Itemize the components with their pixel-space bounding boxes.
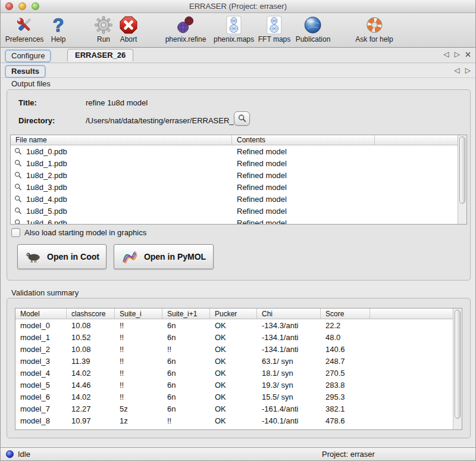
tab-scroll-left-icon[interactable]: ◁ (444, 50, 449, 58)
tab-results[interactable]: Results (5, 65, 46, 78)
subtab-scroll-right-icon[interactable]: ▷ (465, 66, 471, 74)
sub-tab-bar: Results ◁ ▷ (1, 64, 475, 78)
validation-group-label: Validation summary (11, 288, 79, 297)
validation-cell: 10.97 (67, 416, 115, 425)
column-header-pucker[interactable]: Pucker (210, 309, 257, 319)
toolbar-label: phenix.refine (165, 35, 206, 43)
validation-row[interactable]: model_010.08!!6nOK-134.3/anti22.2 (15, 319, 462, 331)
toolbar-button-run[interactable]: Run (94, 15, 113, 43)
file-contents: Refined model (232, 219, 375, 225)
toolbar-button-preferences[interactable]: Preferences (5, 15, 44, 43)
window-title: ERRASER (Project: erraser) (1, 2, 475, 11)
validation-cell: OK (210, 345, 257, 354)
file-row[interactable]: 1u8d_5.pdbRefined model (11, 205, 466, 217)
validation-cell: 1z (115, 416, 162, 425)
validation-cell: 10.08 (67, 345, 115, 354)
fft-mesh-icon (267, 15, 282, 35)
validation-cell: !! (115, 369, 162, 378)
toolbar-button-phenix-refine[interactable]: phenix.refine (165, 15, 206, 43)
column-header-clashscore[interactable]: clashscore (67, 309, 115, 319)
main-tab-bar: Configure ERRASER_26 ◁ ▷ (1, 48, 475, 63)
toolbar-button-ask-for-help[interactable]: Ask for help (355, 15, 393, 43)
validation-row[interactable]: model_311.39!!6nOK63.1/ syn248.7 (15, 355, 462, 367)
validation-cell: 12.27 (67, 404, 115, 413)
toolbar: Preferences ? Help (1, 13, 475, 48)
tab-configure[interactable]: Configure (5, 49, 51, 63)
open-in-pymol-button[interactable]: Open in PyMOL (114, 244, 214, 269)
validation-row[interactable]: start_min10.08!!6nOK-134.3/anti0.0 (15, 426, 462, 430)
file-row[interactable]: 1u8d_0.pdbRefined model (11, 145, 466, 157)
validation-cell: 48.0 (321, 333, 370, 342)
column-header-model[interactable]: Model (15, 309, 67, 319)
toolbar-button-abort[interactable]: Abort (119, 15, 138, 43)
run-gear-icon (94, 15, 113, 35)
validation-table-scrollbar[interactable] (453, 309, 462, 429)
magnifier-icon (14, 183, 23, 192)
load-starting-model-row: Also load starting model in graphics (11, 228, 146, 237)
validation-row[interactable]: model_614.02!!6nOK15.5/ syn295.3 (15, 391, 462, 403)
file-row[interactable]: 1u8d_3.pdbRefined model (11, 181, 466, 193)
browse-directory-button[interactable] (234, 111, 250, 126)
open-in-coot-label: Open in Coot (47, 252, 99, 261)
file-row[interactable]: 1u8d_4.pdbRefined model (11, 193, 466, 205)
magnifier-icon (14, 159, 23, 168)
title-field-value: refine 1u8d model (86, 98, 148, 107)
file-name-cell: 1u8d_2.pdb (11, 171, 232, 180)
open-in-coot-button[interactable]: Open in Coot (17, 244, 107, 269)
coot-bird-icon (24, 249, 42, 264)
tab-close-icon[interactable] (465, 52, 471, 57)
column-header-contents[interactable]: Contents (232, 135, 375, 145)
output-files-group-label: Output files (11, 79, 51, 88)
validation-row[interactable]: model_110.52!!6nOK-134.1/anti48.0 (15, 331, 462, 343)
file-table-scrollbar-thumb[interactable] (459, 136, 465, 204)
validation-cell: !! (162, 416, 210, 425)
toolbar-label: FFT maps (258, 35, 290, 43)
status-dot-icon (6, 450, 14, 458)
magnifier-icon (237, 114, 247, 123)
validation-cell: !! (115, 357, 162, 366)
validation-cell: 6n (162, 357, 210, 366)
column-header-suite-i[interactable]: Suite_i (115, 309, 162, 319)
validation-cell: OK (210, 369, 257, 378)
validation-table-scrollbar-thumb[interactable] (455, 310, 461, 419)
validation-cell: 6n (162, 333, 210, 342)
help-icon: ? (49, 15, 68, 35)
status-text: Idle (18, 450, 30, 459)
validation-row[interactable]: model_210.08!!!!OK-134.1/anti140.6 (15, 343, 462, 355)
tab-erraser-26[interactable]: ERRASER_26 (67, 49, 133, 61)
file-table-scrollbar[interactable] (458, 135, 466, 224)
toolbar-label: Run (94, 35, 113, 43)
publication-globe-icon (303, 15, 322, 35)
file-row[interactable]: 1u8d_6.pdbRefined model (11, 217, 466, 225)
tab-scroll-right-icon[interactable]: ▷ (455, 50, 460, 58)
toolbar-button-fft-maps[interactable]: FFT maps (258, 15, 290, 43)
validation-table: ModelclashscoreSuite_iSuite_i+1PuckerChi… (15, 308, 462, 430)
file-row[interactable]: 1u8d_2.pdbRefined model (11, 169, 466, 181)
validation-row[interactable]: model_712.275z6nOK-161.4/anti382.1 (15, 403, 462, 415)
svg-text:?: ? (53, 15, 64, 35)
validation-cell: OK (210, 357, 257, 366)
toolbar-button-phenix-maps[interactable]: phenix.maps (214, 15, 254, 43)
column-header-file-name[interactable]: File name (11, 135, 232, 145)
toolbar-label: Abort (119, 35, 138, 43)
file-contents: Refined model (232, 207, 375, 216)
refine-spheres-icon (176, 15, 195, 35)
toolbar-button-publication[interactable]: Publication (296, 15, 331, 43)
validation-cell: model_0 (15, 321, 67, 330)
toolbar-button-help[interactable]: ? Help (49, 15, 68, 43)
validation-cell: 6n (162, 321, 210, 330)
validation-cell: -134.1/anti (257, 333, 321, 342)
subtab-scroll-left-icon[interactable]: ◁ (455, 66, 460, 74)
validation-row[interactable]: model_810.971z!!OK-140.1/anti478.6 (15, 415, 462, 426)
column-header-chi[interactable]: Chi (257, 309, 321, 319)
validation-row[interactable]: model_414.02!!6nOK18.1/ syn270.5 (15, 367, 462, 379)
validation-cell: 11.39 (67, 357, 115, 366)
validation-cell: OK (210, 416, 257, 425)
load-starting-model-checkbox[interactable] (11, 228, 20, 237)
file-row[interactable]: 1u8d_1.pdbRefined model (11, 157, 466, 169)
column-header-suite-i-1[interactable]: Suite_i+1 (162, 309, 210, 319)
column-header-score[interactable]: Score (321, 309, 370, 319)
validation-cell: model_1 (15, 333, 67, 342)
validation-cell: start_min (15, 428, 67, 431)
validation-row[interactable]: model_514.46!!6nOK19.3/ syn283.8 (15, 379, 462, 391)
